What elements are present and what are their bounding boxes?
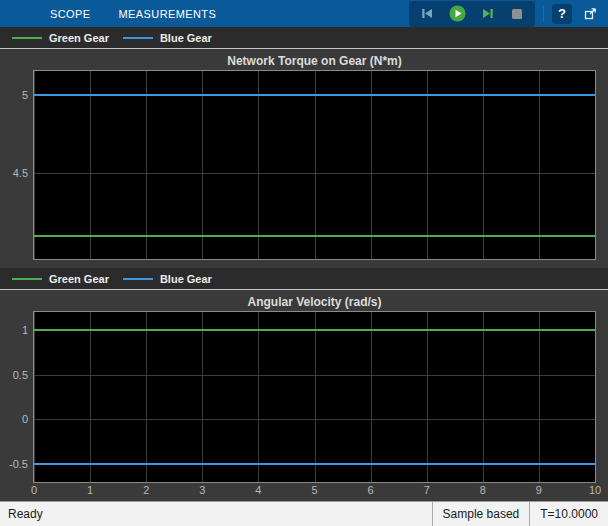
x-axis-spacer bbox=[0, 483, 33, 499]
status-right: Sample based T=10.0000 bbox=[432, 502, 608, 526]
gridline bbox=[595, 312, 596, 482]
y-axis-labels: 54.5 bbox=[0, 70, 33, 260]
y-tick-label: 0.5 bbox=[13, 368, 28, 382]
dock-button[interactable] bbox=[580, 4, 600, 24]
legend-line-swatch bbox=[123, 37, 153, 39]
status-bar: Ready Sample based T=10.0000 bbox=[0, 501, 608, 526]
gridline bbox=[427, 312, 428, 482]
series-line-green-gear bbox=[34, 235, 595, 237]
legend-label: Green Gear bbox=[49, 32, 109, 44]
x-tick-label: 3 bbox=[199, 484, 205, 496]
series-line-green-gear bbox=[34, 329, 595, 331]
x-axis-labels: 012345678910 bbox=[33, 483, 596, 499]
toolbar-right: ? bbox=[409, 0, 608, 27]
y-tick-label: 5 bbox=[22, 88, 28, 102]
gridline bbox=[427, 71, 428, 259]
status-sim-time: T=10.0000 bbox=[529, 502, 608, 526]
step-back-button[interactable] bbox=[417, 4, 437, 24]
legend-item-green-gear[interactable]: Green Gear bbox=[12, 32, 109, 44]
y-tick-label: -0.5 bbox=[9, 457, 28, 471]
x-tick-label: 10 bbox=[589, 484, 601, 496]
legend-line-swatch bbox=[123, 278, 153, 280]
legend-label: Green Gear bbox=[49, 273, 109, 285]
gridline bbox=[202, 312, 203, 482]
plot-right-pad bbox=[596, 311, 608, 483]
gridline bbox=[258, 312, 259, 482]
gridline bbox=[34, 375, 595, 376]
chart-title: Angular Velocity (rad/s) bbox=[33, 293, 596, 311]
x-tick-label: 5 bbox=[311, 484, 317, 496]
y-tick-label: 0 bbox=[22, 412, 28, 426]
chart-title: Network Torque on Gear (N*m) bbox=[33, 52, 596, 70]
gridline bbox=[146, 312, 147, 482]
gridline bbox=[483, 312, 484, 482]
x-tick-label: 2 bbox=[143, 484, 149, 496]
legend-item-blue-gear[interactable]: Blue Gear bbox=[123, 273, 212, 285]
series-line-blue-gear bbox=[34, 463, 595, 465]
gridline bbox=[258, 71, 259, 259]
run-icon bbox=[449, 5, 466, 22]
gridline bbox=[483, 71, 484, 259]
x-tick-label: 4 bbox=[255, 484, 261, 496]
stop-icon bbox=[511, 8, 523, 20]
gridline bbox=[34, 173, 595, 174]
step-forward-icon bbox=[480, 6, 495, 21]
gridline bbox=[315, 312, 316, 482]
x-tick-label: 1 bbox=[87, 484, 93, 496]
gridline bbox=[90, 312, 91, 482]
x-tick-label: 9 bbox=[536, 484, 542, 496]
x-tick-label: 8 bbox=[480, 484, 486, 496]
legend-item-green-gear[interactable]: Green Gear bbox=[12, 273, 109, 285]
gridline bbox=[34, 419, 595, 420]
gridline bbox=[539, 312, 540, 482]
gridline bbox=[202, 71, 203, 259]
legend-label: Blue Gear bbox=[160, 273, 212, 285]
step-back-icon bbox=[420, 6, 435, 21]
legend-label: Blue Gear bbox=[160, 32, 212, 44]
series-line-blue-gear bbox=[34, 94, 595, 96]
y-tick-label: 1 bbox=[22, 323, 28, 337]
torque-chart-section: Network Torque on Gear (N*m) 54.5 bbox=[0, 49, 608, 260]
gridline bbox=[371, 312, 372, 482]
toolbar: SCOPE MEASUREMENTS bbox=[0, 0, 608, 27]
dock-icon bbox=[583, 6, 598, 21]
status-sample-mode: Sample based bbox=[432, 502, 530, 526]
gridline bbox=[90, 71, 91, 259]
y-tick-label: 4.5 bbox=[13, 166, 28, 180]
legend-line-swatch bbox=[12, 278, 42, 280]
x-tick-label: 7 bbox=[424, 484, 430, 496]
tab-measurements[interactable]: MEASUREMENTS bbox=[105, 0, 231, 27]
legend-item-blue-gear[interactable]: Blue Gear bbox=[123, 32, 212, 44]
gridline bbox=[34, 312, 35, 482]
y-axis-labels: 10.50-0.5 bbox=[0, 311, 33, 483]
run-button[interactable] bbox=[447, 4, 467, 24]
playback-controls bbox=[409, 1, 535, 27]
x-tick-label: 6 bbox=[368, 484, 374, 496]
section-gap bbox=[0, 260, 608, 268]
step-forward-button[interactable] bbox=[477, 4, 497, 24]
tab-scope[interactable]: SCOPE bbox=[36, 0, 105, 27]
legend-row: Green GearBlue Gear bbox=[0, 27, 608, 49]
help-button[interactable]: ? bbox=[552, 4, 572, 24]
plot-area[interactable] bbox=[33, 70, 596, 260]
legend-line-swatch bbox=[12, 37, 42, 39]
toolbar-separator bbox=[543, 6, 544, 22]
status-ready: Ready bbox=[0, 507, 43, 521]
gridline bbox=[34, 71, 35, 259]
gridline bbox=[595, 71, 596, 259]
gridline bbox=[315, 71, 316, 259]
x-tick-label: 0 bbox=[31, 484, 37, 496]
gridline bbox=[371, 71, 372, 259]
stop-button[interactable] bbox=[507, 4, 527, 24]
plot-right-pad bbox=[596, 70, 608, 260]
gridline bbox=[146, 71, 147, 259]
legend-row: Green GearBlue Gear bbox=[0, 268, 608, 290]
plot-area[interactable] bbox=[33, 311, 596, 483]
gridline bbox=[539, 71, 540, 259]
velocity-chart-section: Angular Velocity (rad/s) 10.50-0.5 01234… bbox=[0, 290, 608, 499]
